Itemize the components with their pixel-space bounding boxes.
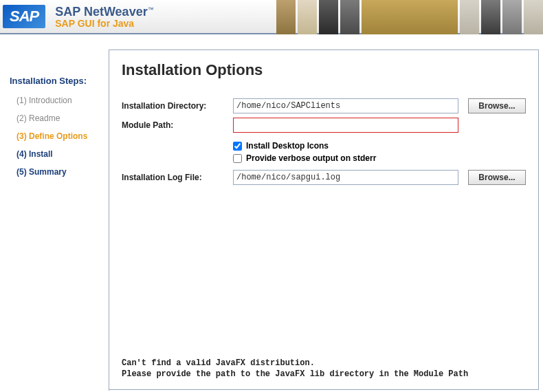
verbose-label: Provide verbose output on stderr — [246, 153, 376, 163]
desktop-icons-checkbox-row[interactable]: Install Desktop Icons — [233, 141, 526, 151]
verbose-checkbox[interactable] — [233, 154, 242, 163]
module-path-label: Module Path: — [122, 120, 233, 130]
header-text: SAP NetWeaver™ SAP GUI for Java — [55, 5, 153, 29]
error-message: Can't find a valid JavaFX distribution. … — [122, 358, 526, 380]
module-path-input[interactable] — [233, 118, 458, 133]
header-bar: SAP SAP NetWeaver™ SAP GUI for Java — [0, 0, 543, 34]
browse-install-dir-button[interactable]: Browse... — [468, 98, 526, 113]
error-line1: Can't find a valid JavaFX distribution. — [122, 358, 526, 369]
desktop-icons-label: Install Desktop Icons — [246, 141, 329, 151]
browse-log-file-button[interactable]: Browse... — [468, 170, 526, 185]
desktop-icons-checkbox[interactable] — [233, 142, 242, 151]
step-summary: (5) Summary — [10, 167, 102, 177]
sap-logo-text: SAP — [3, 5, 45, 28]
options-panel: Installation Options Installation Direct… — [109, 50, 538, 389]
sap-logo: SAP — [3, 5, 45, 28]
step-install: (4) Install — [10, 149, 102, 159]
header-title: SAP NetWeaver™ — [55, 5, 153, 19]
step-introduction: (1) Introduction — [10, 96, 102, 105]
log-file-label: Installation Log File: — [122, 173, 233, 182]
installation-steps-sidebar: Installation Steps: (1) Introduction (2)… — [0, 34, 109, 391]
step-define-options: (3) Define Options — [10, 131, 102, 141]
header-decoration — [274, 0, 543, 34]
error-line2: Please provide the path to the JavaFX li… — [122, 369, 526, 380]
header-subtitle: SAP GUI for Java — [55, 18, 153, 29]
page-title: Installation Options — [122, 61, 526, 79]
step-readme: (2) Readme — [10, 113, 102, 123]
log-file-input[interactable] — [233, 170, 458, 185]
install-dir-label: Installation Directory: — [122, 101, 233, 111]
install-dir-input[interactable] — [233, 98, 458, 113]
verbose-checkbox-row[interactable]: Provide verbose output on stderr — [233, 153, 526, 163]
sidebar-title: Installation Steps: — [10, 76, 102, 86]
